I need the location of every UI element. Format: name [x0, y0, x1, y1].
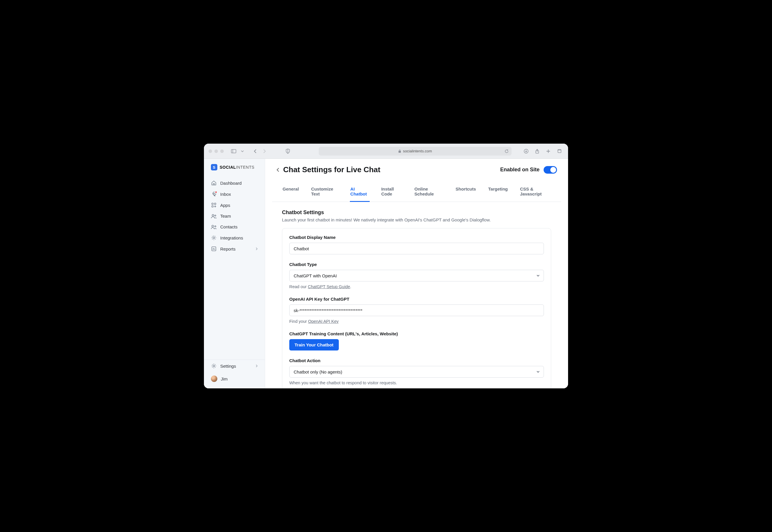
tab-shortcuts[interactable]: Shortcuts — [455, 182, 477, 202]
reload-icon[interactable] — [505, 149, 509, 153]
sidebar-item-inbox[interactable]: Inbox — [204, 189, 265, 200]
app-root: S SOCIALINTENTS Dashboard In — [204, 159, 568, 388]
section-description: Launch your first chatbot in minutes! We… — [282, 217, 551, 222]
shield-icon[interactable] — [284, 147, 292, 155]
tab-css-javascript[interactable]: CSS & Javascript — [519, 182, 551, 202]
share-icon[interactable] — [533, 147, 541, 155]
app-sidebar: S SOCIALINTENTS Dashboard In — [204, 159, 265, 388]
display-name-input[interactable] — [289, 243, 544, 254]
svg-point-22 — [215, 226, 216, 227]
sidebar-item-contacts[interactable]: Contacts — [204, 221, 265, 232]
sidebar-item-apps[interactable]: Apps — [204, 200, 265, 211]
tab-online-schedule[interactable]: Online Schedule — [414, 182, 444, 202]
svg-rect-16 — [212, 206, 213, 207]
enabled-toggle[interactable] — [544, 166, 557, 174]
close-window-icon[interactable] — [209, 149, 212, 153]
svg-point-20 — [215, 215, 216, 216]
svg-rect-15 — [214, 203, 216, 205]
downloads-icon[interactable] — [522, 147, 530, 155]
tab-targeting[interactable]: Targeting — [488, 182, 508, 202]
svg-point-21 — [212, 225, 214, 227]
sidebar-item-settings[interactable]: Settings — [204, 360, 265, 372]
sidebar-item-label: Apps — [220, 203, 230, 208]
svg-rect-0 — [231, 149, 236, 153]
enabled-on-site-label: Enabled on Site — [500, 167, 540, 173]
sidebar-bottom: Settings Jim — [204, 360, 265, 385]
browser-window: socialintents.com S S — [204, 144, 568, 388]
settings-panel: Chatbot Display Name Chatbot Type Rea — [282, 228, 551, 388]
chevron-right-icon — [255, 364, 258, 368]
gear-icon — [211, 235, 217, 240]
primary-nav: Dashboard Inbox Apps — [204, 177, 265, 360]
tabs-overview-icon[interactable] — [555, 147, 563, 155]
api-key-input[interactable] — [289, 304, 544, 316]
tab-general[interactable]: General — [282, 182, 299, 202]
chatbot-type-select[interactable] — [289, 270, 544, 281]
main-content: Chat Settings for Live Chat Enabled on S… — [265, 159, 568, 388]
chatbot-action-label: Chatbot Action — [289, 358, 544, 363]
sidebar-item-dashboard[interactable]: Dashboard — [204, 177, 265, 189]
user-name-label: Jim — [221, 376, 228, 381]
team-icon — [211, 214, 217, 219]
page-header: Chat Settings for Live Chat Enabled on S… — [265, 159, 568, 177]
new-tab-icon[interactable] — [544, 147, 552, 155]
sidebar-toggle-icon[interactable] — [230, 147, 238, 155]
browser-forward-icon[interactable] — [260, 147, 269, 155]
chatgpt-setup-guide-link[interactable]: ChatGPT Setup Guide — [308, 284, 350, 289]
display-name-label: Chatbot Display Name — [289, 235, 544, 240]
sidebar-item-user[interactable]: Jim — [204, 372, 265, 385]
section-title: Chatbot Settings — [282, 209, 551, 216]
chevron-right-icon — [255, 247, 258, 251]
notification-dot-icon — [215, 191, 217, 193]
sidebar-item-label: Reports — [220, 246, 236, 251]
browser-back-icon[interactable] — [251, 147, 259, 155]
back-button[interactable] — [275, 166, 281, 174]
lock-icon — [398, 149, 401, 153]
logo-text-bold: SOCIAL — [220, 165, 236, 170]
chatbot-action-helper: When you want the chatbot to respond to … — [289, 380, 544, 385]
sidebar-item-label: Dashboard — [220, 181, 242, 186]
sidebar-item-integrations[interactable]: Integrations — [204, 232, 265, 243]
logo-text-thin: INTENTS — [236, 165, 254, 170]
logo-badge-icon: S — [211, 164, 217, 170]
sidebar-item-label: Inbox — [220, 192, 231, 197]
sidebar-item-label: Integrations — [220, 235, 243, 240]
openai-api-key-link[interactable]: OpenAI API Key — [308, 319, 339, 324]
minimize-window-icon[interactable] — [214, 149, 218, 153]
address-bar[interactable]: socialintents.com — [319, 147, 512, 156]
chatbot-type-helper: Read our ChatGPT Setup Guide. — [289, 284, 544, 289]
window-controls — [209, 149, 224, 153]
tab-content: Chatbot Settings Launch your first chatb… — [265, 202, 568, 388]
tab-customize-text[interactable]: Customize Text — [311, 182, 339, 202]
avatar — [211, 376, 217, 382]
fullscreen-window-icon[interactable] — [220, 149, 224, 153]
training-content-label: ChatGPT Training Content (URL's, Article… — [289, 331, 544, 336]
apps-grid-icon — [211, 202, 217, 208]
svg-point-12 — [214, 193, 214, 194]
chevron-down-icon[interactable] — [238, 147, 246, 155]
sidebar-item-label: Team — [220, 214, 231, 219]
tab-install-code[interactable]: Install Code — [381, 182, 403, 202]
tab-ai-chatbot[interactable]: AI Chatbot — [350, 182, 370, 202]
sidebar-item-team[interactable]: Team — [204, 211, 265, 221]
svg-point-11 — [213, 193, 213, 194]
settings-icon — [211, 363, 217, 369]
train-chatbot-button[interactable]: Train Your Chatbot — [289, 339, 339, 350]
sidebar-item-label: Contacts — [220, 224, 237, 229]
chat-icon — [211, 191, 217, 197]
toggle-knob-icon — [550, 167, 556, 173]
svg-point-13 — [214, 193, 215, 194]
svg-point-23 — [213, 237, 215, 239]
chatbot-action-select[interactable] — [289, 366, 544, 378]
brand-logo[interactable]: S SOCIALINTENTS — [204, 164, 265, 177]
svg-rect-14 — [212, 203, 213, 205]
api-key-label: OpenAI API Key for ChatGPT — [289, 297, 544, 302]
address-bar-text: socialintents.com — [403, 149, 432, 153]
sidebar-item-reports[interactable]: Reports — [204, 243, 265, 254]
reports-icon — [211, 246, 217, 251]
home-icon — [211, 180, 217, 186]
svg-point-28 — [213, 365, 215, 367]
svg-point-19 — [212, 214, 214, 216]
chatbot-type-label: Chatbot Type — [289, 262, 544, 267]
api-key-helper: Find your OpenAI API Key — [289, 319, 544, 324]
